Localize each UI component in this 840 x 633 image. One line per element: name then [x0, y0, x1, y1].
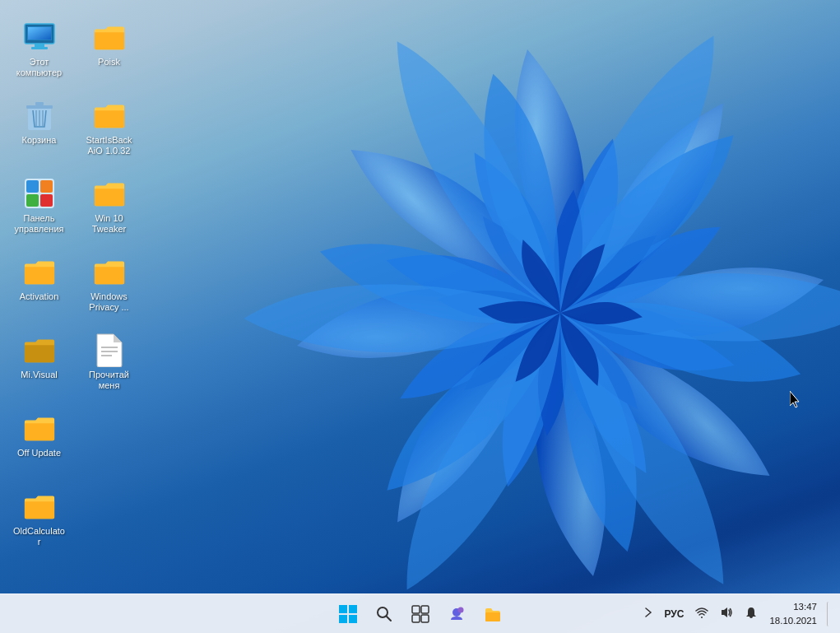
- notification-icon[interactable]: [741, 603, 761, 625]
- taskbar: РУС: [0, 593, 840, 633]
- wallpaper: [239, 16, 840, 609]
- prochitay-doc-icon: [93, 333, 126, 366]
- svg-rect-27: [412, 615, 420, 622]
- poisk-folder-icon: [93, 21, 126, 54]
- activation-folder-icon: [23, 255, 56, 288]
- desktop-icon-windows-privacy[interactable]: Windows Privacy ...: [78, 251, 140, 325]
- startisback-label: StartIsBack AiO 1.0.32: [82, 135, 136, 156]
- this-pc-icon: [23, 21, 56, 54]
- time-display: 13:47: [793, 600, 817, 613]
- desktop-icons: Этот компьютер Poisk: [0, 8, 152, 568]
- mi-visual-folder-icon: [23, 333, 56, 366]
- network-icon[interactable]: [692, 603, 712, 625]
- svg-rect-28: [421, 615, 429, 622]
- chat-button[interactable]: [440, 598, 473, 631]
- svg-rect-14: [26, 194, 39, 207]
- svg-line-24: [387, 617, 391, 621]
- show-hidden-icons-button[interactable]: [641, 603, 656, 624]
- desktop-icon-poisk[interactable]: Poisk: [78, 16, 140, 91]
- svg-rect-6: [26, 105, 53, 109]
- task-view-button[interactable]: [404, 598, 437, 631]
- activation-label: Activation: [20, 291, 59, 302]
- taskbar-right: РУС: [641, 598, 840, 628]
- svg-point-30: [457, 607, 463, 612]
- search-button[interactable]: [368, 598, 401, 631]
- desktop-icon-mi-visual[interactable]: Mi.Visual: [8, 329, 70, 403]
- this-pc-label: Этот компьютер: [12, 57, 66, 78]
- svg-rect-12: [26, 180, 39, 193]
- svg-rect-22: [349, 615, 357, 623]
- date-display: 18.10.2021: [769, 614, 817, 627]
- svg-rect-21: [339, 615, 347, 623]
- system-tray: РУС: [641, 598, 830, 628]
- control-panel-label: Панель управления: [12, 213, 66, 235]
- windows-privacy-label: Windows Privacy ...: [82, 291, 136, 313]
- language-indicator[interactable]: РУС: [661, 605, 687, 623]
- off-update-label: Off Update: [17, 448, 61, 458]
- svg-rect-3: [31, 47, 48, 49]
- svg-rect-13: [40, 180, 53, 193]
- windows-logo-icon: [339, 605, 357, 623]
- win10tweaker-label: Win 10 Tweaker: [82, 213, 136, 235]
- svg-point-23: [378, 607, 388, 617]
- taskbar-center: [332, 598, 509, 631]
- old-calculator-label: OldCalculator: [12, 526, 66, 547]
- mi-visual-label: Mi.Visual: [21, 370, 57, 380]
- svg-rect-7: [35, 102, 44, 105]
- start-button[interactable]: [332, 598, 364, 631]
- win10tweaker-folder-icon: [93, 177, 126, 210]
- recycle-label: Корзина: [22, 135, 57, 146]
- off-update-folder-icon: [23, 412, 56, 444]
- old-calculator-folder-icon: [23, 490, 56, 523]
- desktop-icon-win10tweaker[interactable]: Win 10 Tweaker: [78, 173, 140, 247]
- task-view-icon: [411, 605, 429, 623]
- volume-icon[interactable]: [717, 603, 736, 625]
- desktop-icon-off-update[interactable]: Off Update: [8, 407, 70, 482]
- windows-privacy-folder-icon: [93, 255, 126, 288]
- desktop-icon-startisback[interactable]: StartIsBack AiO 1.0.32: [78, 95, 140, 169]
- time-date-display[interactable]: 13:47 18.10.2021: [766, 598, 820, 628]
- svg-rect-15: [40, 194, 53, 207]
- recycle-bin-icon: [23, 99, 56, 132]
- desktop-icon-this-pc[interactable]: Этот компьютер: [8, 16, 70, 91]
- search-icon: [376, 606, 392, 622]
- desktop-icon-old-calculator[interactable]: OldCalculator: [8, 486, 70, 560]
- poisk-label: Poisk: [98, 57, 120, 67]
- svg-rect-25: [412, 606, 420, 613]
- control-panel-icon: [23, 177, 56, 210]
- show-desktop-button[interactable]: [827, 602, 830, 626]
- svg-rect-2: [35, 44, 44, 47]
- chat-icon: [448, 605, 466, 623]
- svg-rect-20: [349, 605, 357, 613]
- file-explorer-button[interactable]: [476, 598, 509, 631]
- startisback-folder-icon: [93, 99, 126, 132]
- svg-rect-31: [485, 612, 500, 621]
- prochitay-label: Прочитай меня: [82, 370, 136, 391]
- desktop-icon-recycle[interactable]: Корзина: [8, 95, 70, 169]
- desktop-icon-activation[interactable]: Activation: [8, 251, 70, 325]
- svg-rect-19: [339, 605, 347, 613]
- desktop: Этот компьютер Poisk: [0, 0, 840, 633]
- svg-rect-26: [421, 606, 429, 613]
- file-explorer-icon: [484, 605, 502, 623]
- svg-rect-4: [28, 27, 51, 40]
- desktop-icon-control-panel[interactable]: Панель управления: [8, 173, 70, 247]
- desktop-icon-prochitay[interactable]: Прочитай меня: [78, 329, 140, 403]
